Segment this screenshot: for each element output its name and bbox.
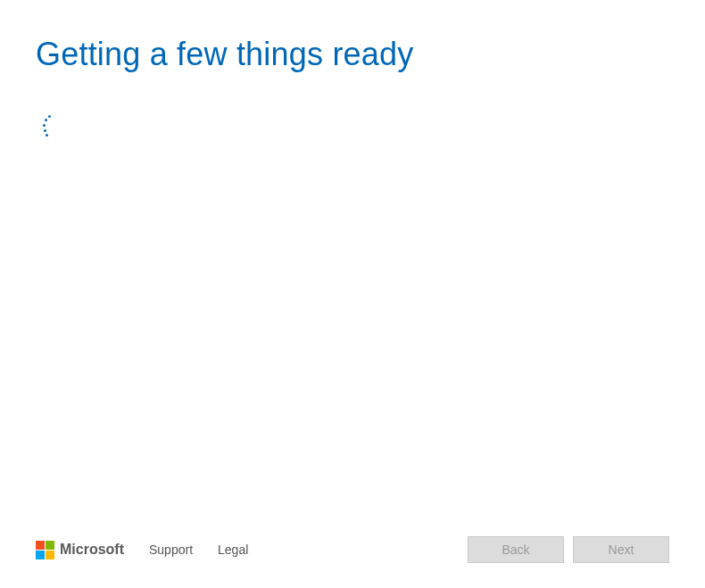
loading-spinner-icon	[43, 113, 70, 140]
legal-link[interactable]: Legal	[218, 542, 248, 557]
microsoft-logo: Microsoft	[36, 541, 124, 559]
footer: Microsoft Support Legal Back Next	[0, 536, 705, 588]
footer-left: Microsoft Support Legal	[36, 541, 248, 559]
support-link[interactable]: Support	[149, 542, 193, 557]
main-content: Getting a few things ready	[0, 0, 705, 536]
next-button[interactable]: Next	[573, 536, 669, 563]
logo-square-tl	[36, 541, 45, 550]
logo-square-br	[46, 551, 54, 559]
page-title: Getting a few things ready	[36, 36, 669, 73]
back-button[interactable]: Back	[468, 536, 564, 563]
logo-square-tr	[46, 541, 54, 550]
footer-right: Back Next	[468, 536, 669, 563]
microsoft-logo-icon	[36, 541, 54, 559]
logo-square-bl	[36, 551, 45, 559]
microsoft-wordmark: Microsoft	[60, 542, 124, 558]
